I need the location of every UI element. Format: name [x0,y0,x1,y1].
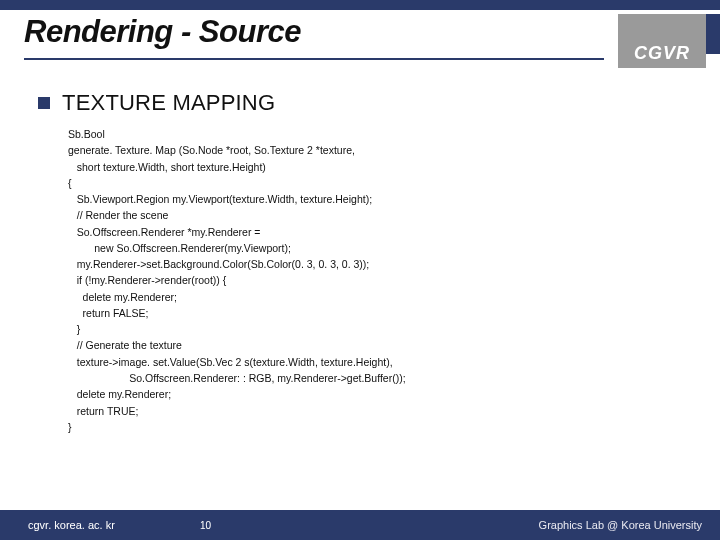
slide-title: Rendering - Source [24,14,720,50]
section-heading: TEXTURE MAPPING [62,90,275,116]
footer-page-number: 10 [200,520,211,531]
logo-accent [706,14,720,54]
footer-credit: Graphics Lab @ Korea University [539,519,702,531]
logo-block: CGVR [618,14,706,68]
content-area: TEXTURE MAPPING Sb.Bool generate. Textur… [38,90,700,435]
title-underline [24,58,604,60]
logo-text: CGVR [618,43,706,64]
square-bullet-icon [38,97,50,109]
code-block: Sb.Bool generate. Texture. Map (So.Node … [68,126,700,435]
top-bar [0,0,720,10]
title-area: Rendering - Source [24,14,720,80]
footer-url: cgvr. korea. ac. kr [0,519,115,531]
heading-row: TEXTURE MAPPING [38,90,700,116]
footer-bar: cgvr. korea. ac. kr 10 Graphics Lab @ Ko… [0,510,720,540]
